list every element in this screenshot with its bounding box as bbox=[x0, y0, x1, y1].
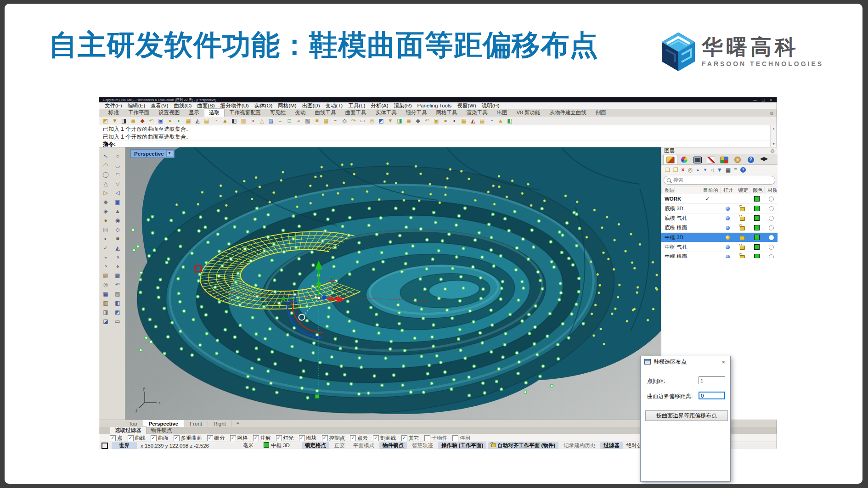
tool-icon[interactable]: ◨ bbox=[100, 308, 111, 317]
layer-color-swatch[interactable] bbox=[754, 235, 760, 240]
status-toggle[interactable]: 自动对齐工作平面 (物件) bbox=[488, 442, 558, 449]
perspective-viewport[interactable]: Perspective ▼ xyz bbox=[125, 147, 661, 420]
toolbar-icon[interactable]: ◭ bbox=[468, 117, 478, 125]
menu-item[interactable]: 出图(D) bbox=[299, 102, 323, 109]
toolbar-options-gear-icon[interactable]: ⚙ bbox=[769, 111, 774, 117]
tool-icon[interactable]: ◯ bbox=[100, 170, 111, 179]
filter-item[interactable]: 注解 bbox=[253, 435, 271, 442]
apply-offset-button[interactable]: 按曲面边界等距偏移布点 bbox=[645, 410, 728, 421]
filter-checkbox[interactable] bbox=[253, 435, 259, 441]
tool-icon[interactable]: ▣ bbox=[112, 198, 123, 207]
toolbar-tab[interactable]: 细分工具 bbox=[401, 109, 432, 117]
toolbar-icon[interactable]: ◩ bbox=[377, 117, 386, 125]
toolbar-tab[interactable]: 工作视窗配置 bbox=[225, 109, 265, 117]
toolbar-icon[interactable]: ◔ bbox=[211, 117, 220, 125]
tool-icon[interactable]: ◩ bbox=[112, 308, 123, 317]
toolbar-tab[interactable]: 标准 bbox=[104, 109, 124, 117]
viewport-tab[interactable]: Right bbox=[208, 420, 232, 427]
tab-notes[interactable] bbox=[704, 155, 717, 164]
menu-item[interactable]: Paneling Tools bbox=[415, 103, 455, 108]
toolbar-icon[interactable]: ▲ bbox=[496, 117, 505, 125]
filter-item[interactable]: 图块 bbox=[299, 435, 317, 442]
layer-name[interactable]: WORK bbox=[661, 196, 700, 202]
filter-checkbox[interactable] bbox=[230, 435, 236, 441]
tool-icon[interactable]: ▩ bbox=[112, 271, 123, 280]
viewport-title[interactable]: Perspective bbox=[134, 151, 164, 157]
layer-name[interactable]: 底模 模面 bbox=[661, 224, 700, 231]
filter-item[interactable]: 灯光 bbox=[276, 435, 294, 442]
layer-row[interactable]: 中框 3D ✓ bbox=[661, 233, 778, 242]
toolbar-icon[interactable]: ◧ bbox=[230, 117, 239, 125]
tool-icon[interactable]: △ bbox=[100, 179, 111, 188]
toolbar-icon[interactable]: ▤ bbox=[202, 117, 211, 125]
material-icon[interactable] bbox=[769, 245, 774, 250]
grid-view-icon[interactable]: ▦ bbox=[726, 167, 731, 173]
filter-checkbox[interactable] bbox=[373, 435, 379, 441]
tool-icon[interactable]: ◡ bbox=[112, 161, 123, 170]
tool-icon[interactable]: ▥ bbox=[100, 299, 111, 308]
current-layer-indicator[interactable]: 中框 3D bbox=[264, 442, 290, 449]
menu-item[interactable]: 工具(L) bbox=[345, 102, 368, 109]
toolbar-tab[interactable]: V8 新功能 bbox=[512, 109, 545, 117]
copy-layer-icon[interactable]: ◎ bbox=[688, 167, 693, 173]
filter-checkbox[interactable] bbox=[452, 435, 458, 441]
filter-checkbox[interactable] bbox=[401, 435, 407, 441]
toolbar-icon[interactable]: ◓ bbox=[331, 117, 340, 125]
material-icon[interactable] bbox=[769, 216, 774, 221]
layer-name[interactable]: 底模 气孔 bbox=[661, 215, 700, 222]
filter-checkbox[interactable] bbox=[424, 435, 430, 441]
tool-icon[interactable]: ▭ bbox=[112, 317, 123, 326]
layer-color-swatch[interactable] bbox=[754, 225, 760, 230]
toolbar-icon[interactable]: ▧ bbox=[303, 117, 312, 125]
toolbar-icon[interactable]: ● bbox=[165, 117, 175, 125]
toolbar-icon[interactable]: ▼ bbox=[110, 117, 119, 125]
toolbar-icon[interactable]: ◎ bbox=[367, 117, 377, 125]
toolbar-icon[interactable]: ≣ bbox=[129, 117, 138, 125]
filter-item[interactable]: 多重曲面 bbox=[174, 435, 202, 442]
toolbar-icon[interactable]: ◆ bbox=[138, 117, 147, 125]
toolbar-icon[interactable]: ▩ bbox=[321, 117, 331, 125]
toolbar-icon[interactable]: ▨ bbox=[266, 117, 276, 125]
filter-checkbox[interactable] bbox=[299, 435, 305, 441]
tool-icon[interactable]: ◈ bbox=[100, 207, 111, 216]
toolbar-icon[interactable]: ▣ bbox=[432, 117, 441, 125]
toolbar-icon[interactable]: ◇ bbox=[340, 117, 349, 125]
status-toggle[interactable]: 智慧轨迹 bbox=[409, 442, 436, 449]
toolbar-tab[interactable]: 从物件建立曲线 bbox=[545, 109, 591, 117]
tool-icon[interactable]: ● bbox=[100, 216, 111, 225]
status-toggle[interactable]: 平面模式 bbox=[350, 442, 378, 449]
layer-row[interactable]: 中框 气孔 ✓ bbox=[661, 242, 778, 252]
command-prompt[interactable]: 指令: bbox=[99, 141, 777, 148]
tool-icon[interactable]: ◪ bbox=[100, 317, 111, 326]
tool-icon[interactable]: ○ bbox=[112, 152, 123, 161]
filter-checkbox[interactable] bbox=[276, 435, 282, 441]
toolbar-icon[interactable]: ▼ bbox=[386, 117, 395, 125]
material-icon[interactable] bbox=[769, 206, 774, 211]
toolbar-icon[interactable]: ◐ bbox=[175, 117, 184, 125]
tool-icon[interactable]: □ bbox=[112, 170, 123, 179]
filter-funnel-icon[interactable]: ▼ bbox=[717, 167, 722, 173]
viewport-menu-chevron-down-icon[interactable]: ▼ bbox=[166, 150, 173, 157]
menu-item[interactable]: 分析(A) bbox=[368, 102, 391, 109]
toolbar-icon[interactable]: ≣ bbox=[404, 117, 413, 125]
bottom-panel-tab[interactable]: 物件锁点 bbox=[147, 426, 177, 434]
viewport-toggle-icon[interactable] bbox=[101, 443, 108, 449]
menu-item[interactable]: 实体(O) bbox=[252, 102, 276, 109]
material-icon[interactable] bbox=[769, 235, 774, 240]
window-titlebar[interactable]: Copy:sum (760 MB) - Rhinoceros 6 Evaluat… bbox=[99, 97, 777, 102]
tab-help[interactable]: ? bbox=[744, 155, 757, 164]
toolbar-tab[interactable]: 曲线工具 bbox=[310, 109, 341, 117]
tab-layers[interactable] bbox=[663, 155, 677, 164]
viewport-title-tab[interactable]: Perspective ▼ bbox=[130, 149, 175, 158]
tab-lights[interactable] bbox=[731, 155, 744, 164]
status-toggle[interactable]: 锁定格点 bbox=[302, 442, 329, 449]
filter-item[interactable]: 曲线 bbox=[128, 435, 146, 442]
window-controls[interactable]: — ▢ × bbox=[753, 97, 774, 102]
material-icon[interactable] bbox=[769, 225, 774, 230]
toolbar-tab[interactable]: 变动 bbox=[291, 109, 310, 117]
tool-icon[interactable]: ◒ bbox=[100, 253, 111, 262]
panel-gear-icon[interactable]: ⚙ bbox=[770, 148, 775, 154]
lock-icon[interactable] bbox=[740, 226, 745, 230]
material-icon[interactable] bbox=[769, 196, 774, 202]
menu-item[interactable]: 文件(F) bbox=[102, 102, 125, 109]
